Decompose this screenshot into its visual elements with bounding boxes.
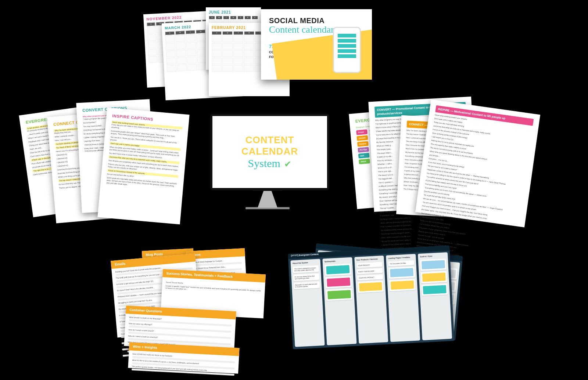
board-card[interactable]: This board is designed to be your one st… [293, 265, 319, 273]
section-wins: Wins + Insights How COVID has made me cl… [128, 342, 239, 374]
tag-column: PromoContentContentPro TipsQ&AAbout [356, 130, 372, 181]
check-icon: ✔ [284, 159, 291, 169]
category-tag: Content [356, 135, 368, 141]
board-card[interactable] [326, 289, 352, 301]
board-list: About the SystemThis board is designed t… [290, 259, 325, 347]
board-card[interactable] [357, 281, 384, 293]
board-card[interactable]: The Irresistible CTA Map [388, 260, 414, 267]
promo-card: SOCIAL MEDIA Content calendar 24 MONTHS … [261, 9, 372, 80]
phone-icon [333, 27, 361, 73]
board-card[interactable]: Recreate it for each calendar year or bu… [294, 281, 320, 289]
category-tag: Content [357, 141, 369, 147]
board-card[interactable] [421, 271, 447, 283]
trello-board-front: About the SystemThis board is designed t… [288, 246, 454, 350]
category-tag: Q&A [358, 153, 370, 159]
board-title: [YYYY] Evergreen Content [291, 253, 319, 257]
board-list: Leading Pages / FreebiesThe Irresistible… [386, 254, 420, 342]
list-title: About the System [293, 261, 319, 264]
board-list: Testimonials [322, 257, 356, 345]
list-title: Your Products / Services [356, 257, 382, 261]
board-card[interactable] [325, 264, 351, 276]
product-monitor: CONTENT CALENDAR System ✔ [210, 114, 325, 205]
board-card[interactable] [420, 258, 447, 271]
list-title: Scale & / Sync [420, 254, 446, 258]
calendar-title: JUNE 2021 [209, 10, 258, 14]
board-list: Your Products / ServicesYOUR PRODUCTPLAC… [354, 256, 388, 344]
sheet-inspire-captions: INSPIRE CAPTIONS Never stop working towa… [97, 108, 189, 224]
monitor-screen: CONTENT CALENDAR System ✔ [210, 114, 329, 190]
board-card[interactable] [389, 279, 416, 292]
board-card[interactable] [388, 267, 415, 279]
board-card[interactable]: PLACE YOUR [X] HERE [357, 268, 383, 274]
list-title: Testimonials [324, 259, 350, 263]
board-card[interactable] [422, 283, 448, 296]
board-card[interactable]: YOUR EPIC PRODUCT [357, 274, 383, 281]
sheet-inspire-category: INSPIRE — Motivational Content to lift p… [415, 99, 540, 228]
board-card[interactable]: It's how you always know what you're pos… [293, 273, 319, 281]
board-card[interactable] [325, 276, 352, 289]
category-tag: Promo [356, 130, 368, 135]
board-list: Scale & / Sync [418, 252, 452, 340]
board-card[interactable]: YOUR PRODUCT [356, 262, 383, 268]
promo-title1: SOCIAL MEDIA [269, 17, 364, 25]
category-tag: Pro Tips [358, 147, 369, 153]
list-title: Leading Pages / Freebies [388, 256, 414, 260]
category-tag: About [359, 159, 370, 164]
